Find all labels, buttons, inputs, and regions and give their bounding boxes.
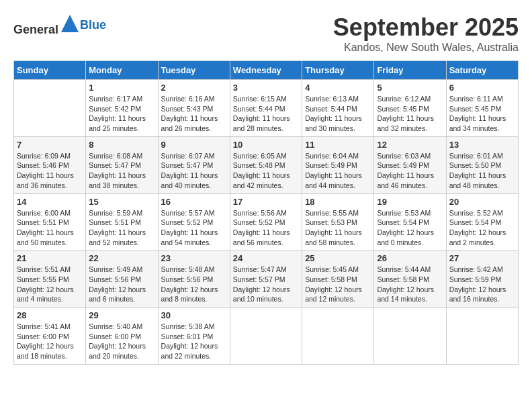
column-header-sunday: Sunday [14,61,86,80]
day-info: Sunrise: 5:48 AMSunset: 5:56 PMDaylight:… [161,265,227,304]
day-info: Sunrise: 6:08 AMSunset: 5:47 PMDaylight:… [89,151,154,191]
day-info: Sunrise: 6:05 AMSunset: 5:48 PMDaylight:… [233,151,299,191]
day-info: Sunrise: 6:04 AMSunset: 5:49 PMDaylight:… [305,151,371,191]
day-number: 27 [449,253,515,263]
calendar-cell [374,308,446,365]
calendar-cell [230,308,302,365]
logo: General Blue [13,13,106,37]
calendar-cell: 9Sunrise: 6:07 AMSunset: 5:47 PMDaylight… [158,136,230,193]
day-number: 23 [161,253,227,263]
calendar-cell: 13Sunrise: 6:01 AMSunset: 5:50 PMDayligh… [446,136,518,193]
day-info: Sunrise: 6:12 AMSunset: 5:45 PMDaylight:… [377,94,443,134]
calendar-cell [446,308,518,365]
calendar-cell: 15Sunrise: 5:59 AMSunset: 5:51 PMDayligh… [86,193,158,250]
logo-icon [60,13,80,34]
day-number: 30 [161,310,227,320]
day-number: 7 [17,140,83,150]
day-number: 22 [89,253,154,263]
day-info: Sunrise: 5:45 AMSunset: 5:58 PMDaylight:… [305,265,371,304]
day-number: 18 [305,197,371,207]
day-info: Sunrise: 5:38 AMSunset: 6:01 PMDaylight:… [161,322,227,361]
day-info: Sunrise: 5:55 AMSunset: 5:53 PMDaylight:… [305,208,371,248]
day-info: Sunrise: 6:16 AMSunset: 5:43 PMDaylight:… [161,94,227,134]
day-number: 21 [17,253,83,263]
day-number: 25 [305,253,371,263]
day-info: Sunrise: 5:57 AMSunset: 5:52 PMDaylight:… [161,208,227,248]
calendar-cell: 6Sunrise: 6:11 AMSunset: 5:45 PMDaylight… [446,80,518,137]
calendar-cell: 12Sunrise: 6:03 AMSunset: 5:49 PMDayligh… [374,136,446,193]
day-number: 16 [161,197,227,207]
calendar-week-1: 1Sunrise: 6:17 AMSunset: 5:42 PMDaylight… [14,80,519,137]
column-header-tuesday: Tuesday [158,61,230,80]
column-header-saturday: Saturday [446,61,518,80]
day-info: Sunrise: 6:11 AMSunset: 5:45 PMDaylight:… [449,94,515,134]
day-number: 12 [377,140,443,150]
day-number: 24 [233,253,299,263]
day-info: Sunrise: 6:17 AMSunset: 5:42 PMDaylight:… [89,94,154,134]
title-area: September 2025 Kandos, New South Wales, … [333,13,519,54]
day-info: Sunrise: 5:52 AMSunset: 5:54 PMDaylight:… [449,208,515,248]
calendar-cell: 20Sunrise: 5:52 AMSunset: 5:54 PMDayligh… [446,193,518,250]
day-number: 26 [377,253,443,263]
calendar-cell: 18Sunrise: 5:55 AMSunset: 5:53 PMDayligh… [302,193,374,250]
column-header-wednesday: Wednesday [230,61,302,80]
day-number: 15 [89,197,154,207]
svg-marker-0 [61,15,79,32]
calendar-cell: 14Sunrise: 6:00 AMSunset: 5:51 PMDayligh… [14,193,86,250]
calendar-cell: 23Sunrise: 5:48 AMSunset: 5:56 PMDayligh… [158,250,230,308]
calendar-cell: 28Sunrise: 5:41 AMSunset: 6:00 PMDayligh… [14,308,86,365]
calendar-cell: 8Sunrise: 6:08 AMSunset: 5:47 PMDaylight… [86,136,158,193]
day-number: 13 [449,140,515,150]
calendar-week-3: 14Sunrise: 6:00 AMSunset: 5:51 PMDayligh… [14,193,519,250]
day-number: 19 [377,197,443,207]
calendar-cell: 5Sunrise: 6:12 AMSunset: 5:45 PMDaylight… [374,80,446,137]
calendar-cell [302,308,374,365]
day-number: 9 [161,140,227,150]
day-number: 10 [233,140,299,150]
day-info: Sunrise: 5:53 AMSunset: 5:54 PMDaylight:… [377,208,443,248]
calendar-cell: 16Sunrise: 5:57 AMSunset: 5:52 PMDayligh… [158,193,230,250]
day-info: Sunrise: 5:41 AMSunset: 6:00 PMDaylight:… [17,322,83,361]
page-header: General Blue September 2025 Kandos, New … [13,13,519,54]
day-info: Sunrise: 6:13 AMSunset: 5:44 PMDaylight:… [305,94,371,134]
calendar-cell: 30Sunrise: 5:38 AMSunset: 6:01 PMDayligh… [158,308,230,365]
day-number: 1 [89,83,154,93]
day-number: 20 [449,197,515,207]
day-info: Sunrise: 5:49 AMSunset: 5:56 PMDaylight:… [89,265,154,304]
day-info: Sunrise: 6:07 AMSunset: 5:47 PMDaylight:… [161,151,227,191]
day-number: 29 [89,310,154,320]
calendar-cell: 1Sunrise: 6:17 AMSunset: 5:42 PMDaylight… [86,80,158,137]
calendar-cell [14,80,86,137]
logo-general: General [13,23,58,36]
calendar-cell: 4Sunrise: 6:13 AMSunset: 5:44 PMDaylight… [302,80,374,137]
day-number: 14 [17,197,83,207]
day-number: 3 [233,83,299,93]
day-number: 2 [161,83,227,93]
day-info: Sunrise: 5:47 AMSunset: 5:57 PMDaylight:… [233,265,299,304]
calendar-cell: 11Sunrise: 6:04 AMSunset: 5:49 PMDayligh… [302,136,374,193]
day-info: Sunrise: 6:09 AMSunset: 5:46 PMDaylight:… [17,151,83,191]
calendar-week-4: 21Sunrise: 5:51 AMSunset: 5:55 PMDayligh… [14,250,519,308]
calendar-cell: 27Sunrise: 5:42 AMSunset: 5:59 PMDayligh… [446,250,518,308]
day-number: 4 [305,83,371,93]
logo-blue: Blue [80,18,106,32]
day-info: Sunrise: 5:44 AMSunset: 5:58 PMDaylight:… [377,265,443,304]
day-number: 11 [305,140,371,150]
calendar-cell: 19Sunrise: 5:53 AMSunset: 5:54 PMDayligh… [374,193,446,250]
calendar-header: SundayMondayTuesdayWednesdayThursdayFrid… [14,61,519,80]
calendar-week-5: 28Sunrise: 5:41 AMSunset: 6:00 PMDayligh… [14,308,519,365]
calendar-cell: 2Sunrise: 6:16 AMSunset: 5:43 PMDaylight… [158,80,230,137]
calendar-cell: 26Sunrise: 5:44 AMSunset: 5:58 PMDayligh… [374,250,446,308]
day-number: 28 [17,310,83,320]
calendar-cell: 3Sunrise: 6:15 AMSunset: 5:44 PMDaylight… [230,80,302,137]
calendar-body: 1Sunrise: 6:17 AMSunset: 5:42 PMDaylight… [14,80,519,365]
day-info: Sunrise: 6:15 AMSunset: 5:44 PMDaylight:… [233,94,299,134]
day-info: Sunrise: 6:00 AMSunset: 5:51 PMDaylight:… [17,208,83,248]
day-info: Sunrise: 6:01 AMSunset: 5:50 PMDaylight:… [449,151,515,191]
calendar-cell: 17Sunrise: 5:56 AMSunset: 5:52 PMDayligh… [230,193,302,250]
calendar-cell: 25Sunrise: 5:45 AMSunset: 5:58 PMDayligh… [302,250,374,308]
location-title: Kandos, New South Wales, Australia [333,42,519,54]
calendar-cell: 7Sunrise: 6:09 AMSunset: 5:46 PMDaylight… [14,136,86,193]
day-number: 5 [377,83,443,93]
calendar-cell: 10Sunrise: 6:05 AMSunset: 5:48 PMDayligh… [230,136,302,193]
